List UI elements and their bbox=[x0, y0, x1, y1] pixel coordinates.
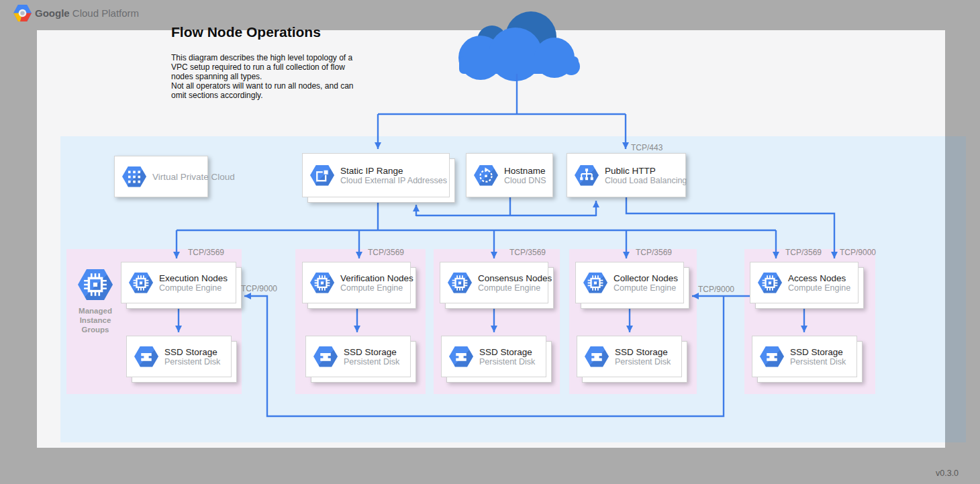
brand-google: Google bbox=[35, 7, 70, 19]
card-title: Static IP Range bbox=[340, 166, 447, 176]
card-ssd-storage-consensus: SSD Storage Persistent Disk bbox=[441, 336, 546, 377]
card-subtitle: Compute Engine bbox=[340, 283, 413, 293]
page-description: This diagram describes the high level to… bbox=[171, 53, 353, 100]
card-subtitle: Compute Engine bbox=[159, 283, 228, 293]
persistent-disk-icon bbox=[585, 346, 609, 367]
card-ssd-storage-access: SSD Storage Persistent Disk bbox=[752, 336, 857, 377]
card-subtitle: Persistent Disk bbox=[344, 357, 399, 367]
card-title: SSD Storage bbox=[164, 347, 220, 357]
card-subtitle: Compute Engine bbox=[614, 283, 678, 293]
dns-icon bbox=[474, 165, 498, 186]
label-tcp-3569-verification: TCP/3569 bbox=[368, 248, 404, 257]
card-subtitle: Persistent Disk bbox=[479, 357, 535, 367]
brand-text: Google Cloud Platform bbox=[35, 7, 139, 19]
card-verification-nodes: Verification Nodes Compute Engine bbox=[302, 262, 411, 303]
card-virtual-private-cloud: Virtual Private Cloud bbox=[114, 156, 208, 197]
card-subtitle: Cloud External IP Addresses bbox=[340, 176, 447, 185]
vpc-zone-overhang bbox=[945, 136, 966, 442]
label-tcp-3569-access: TCP/3569 bbox=[785, 248, 822, 257]
card-title: SSD Storage bbox=[615, 347, 671, 357]
external-ip-icon bbox=[310, 165, 334, 186]
brand-cloud-platform: Cloud Platform bbox=[70, 7, 139, 19]
card-subtitle: Persistent Disk bbox=[615, 357, 671, 367]
card-execution-nodes: Execution Nodes Compute Engine bbox=[121, 262, 236, 303]
label-tcp-3569-consensus: TCP/3569 bbox=[509, 248, 546, 257]
persistent-disk-icon bbox=[313, 346, 338, 367]
compute-engine-icon bbox=[448, 273, 472, 293]
compute-engine-icon bbox=[758, 273, 782, 293]
card-title: SSD Storage bbox=[790, 347, 846, 357]
card-subtitle: Cloud Load Balancing bbox=[605, 176, 687, 185]
card-title: Verification Nodes bbox=[340, 273, 413, 283]
card-title: Hostname bbox=[504, 166, 546, 176]
label-tcp-3569-collector: TCP/3569 bbox=[636, 248, 672, 257]
card-title: Consensus Nodes bbox=[478, 273, 552, 283]
card-ssd-storage-execution: SSD Storage Persistent Disk bbox=[126, 336, 232, 377]
card-title: Execution Nodes bbox=[159, 273, 228, 283]
card-static-ip-range: Static IP Range Cloud External IP Addres… bbox=[302, 153, 450, 197]
managed-instance-groups-label: Managed Instance Groups bbox=[65, 306, 126, 334]
card-subtitle: Compute Engine bbox=[478, 283, 552, 293]
card-ssd-storage-verification: SSD Storage Persistent Disk bbox=[305, 336, 411, 377]
card-title: SSD Storage bbox=[344, 347, 399, 357]
label-tcp-3569-execution: TCP/3569 bbox=[188, 248, 224, 257]
compute-engine-icon bbox=[310, 273, 334, 293]
persistent-disk-icon bbox=[760, 346, 784, 367]
gcp-logo-icon bbox=[13, 5, 32, 21]
card-title: SSD Storage bbox=[479, 347, 535, 357]
page-title: Flow Node Operations bbox=[171, 24, 321, 40]
label-tcp-9000-execution: TCP/9000 bbox=[241, 284, 277, 293]
load-balancing-icon bbox=[575, 165, 599, 186]
card-hostname: Hostname Cloud DNS bbox=[466, 153, 553, 197]
label-tcp-9000-collector: TCP/9000 bbox=[698, 285, 734, 294]
card-subtitle: Persistent Disk bbox=[164, 357, 220, 367]
card-title: Access Nodes bbox=[788, 273, 850, 283]
persistent-disk-icon bbox=[134, 346, 158, 367]
card-consensus-nodes: Consensus Nodes Compute Engine bbox=[440, 262, 548, 303]
page: { "header": { "brand_bold": "Google", "b… bbox=[0, 0, 980, 484]
compute-engine-icon bbox=[129, 273, 153, 293]
persistent-disk-icon bbox=[449, 346, 473, 367]
card-collector-nodes: Collector Nodes Compute Engine bbox=[575, 262, 684, 303]
vpc-icon bbox=[122, 166, 146, 187]
version-label: v0.3.0 bbox=[936, 469, 959, 478]
card-ssd-storage-collector: SSD Storage Persistent Disk bbox=[577, 336, 682, 377]
card-subtitle: Cloud DNS bbox=[504, 176, 546, 185]
card-access-nodes: Access Nodes Compute Engine bbox=[750, 262, 859, 303]
card-subtitle: Compute Engine bbox=[788, 283, 850, 293]
label-tcp-9000-access: TCP/9000 bbox=[840, 248, 876, 257]
card-title: Virtual Private Cloud bbox=[152, 172, 235, 182]
card-title: Public HTTP bbox=[605, 166, 687, 176]
card-subtitle: Persistent Disk bbox=[790, 357, 846, 367]
label-tcp-443: TCP/443 bbox=[631, 143, 663, 152]
card-public-http: Public HTTP Cloud Load Balancing bbox=[567, 153, 686, 197]
card-title: Collector Nodes bbox=[614, 273, 678, 283]
compute-engine-icon bbox=[583, 273, 607, 293]
